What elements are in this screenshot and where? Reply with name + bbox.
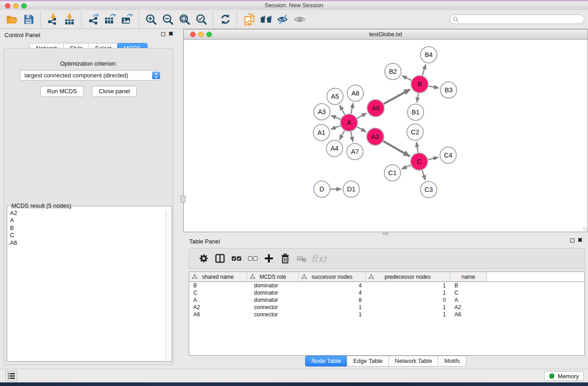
graph-edge-A-A7[interactable]	[351, 132, 353, 142]
network-canvas[interactable]: AA1A2A3A4A5A6A7A8BB1B2B3B4CC1C2C3C4DD1	[184, 40, 588, 232]
zoom-window-button[interactable]	[21, 3, 27, 9]
clone-network-button[interactable]	[241, 11, 258, 28]
table-row[interactable]: Bdominator41B	[189, 282, 584, 289]
graph-edge-A6-B[interactable]	[384, 90, 410, 104]
table-cell: dominator	[247, 290, 299, 296]
save-session-button[interactable]	[20, 11, 37, 28]
graph-edge-A-A1[interactable]	[331, 126, 340, 129]
column-header-shared-name[interactable]: shared name	[189, 272, 247, 281]
table-row[interactable]: A6connector11A6	[189, 311, 584, 318]
graph-edge-A2-C[interactable]	[383, 141, 410, 156]
table-cell: A6	[189, 311, 247, 318]
graph-node-label: A2	[371, 133, 379, 140]
create-column-button[interactable]	[261, 250, 277, 267]
tab-edge-table[interactable]: Edge Table	[347, 356, 389, 367]
graph-node-label: B4	[425, 51, 433, 58]
task-history-button[interactable]	[5, 371, 17, 381]
result-list-item[interactable]: C	[8, 232, 166, 239]
horizontal-splitter-handle[interactable]	[382, 233, 388, 235]
save-icon	[24, 14, 34, 24]
column-header-predecessor-nodes[interactable]: predecessor nodes	[366, 272, 450, 281]
result-list-item[interactable]: A	[8, 217, 166, 224]
plus-icon	[264, 253, 274, 263]
network-window-titlebar[interactable]: testGlobe.txt	[184, 29, 588, 40]
export-table-button[interactable]	[102, 11, 119, 28]
result-list-item[interactable]: A6	[8, 239, 166, 247]
select-all-button[interactable]	[228, 250, 244, 267]
table-settings-button[interactable]	[196, 250, 212, 267]
table-cell: B	[450, 282, 487, 289]
first-neighbors-button[interactable]	[258, 11, 274, 28]
zoom-in-icon	[145, 14, 157, 25]
table-row[interactable]: A2connector11A2	[189, 304, 584, 311]
import-table-button[interactable]	[61, 11, 78, 28]
float-table-panel-icon[interactable]	[570, 238, 574, 243]
graph-edge-C-C3[interactable]	[422, 170, 425, 180]
table-body: Bdominator41BCdominator41CAdominator80AA…	[189, 282, 584, 318]
result-list-item[interactable]: B	[8, 224, 166, 232]
graph-edge-B-B2[interactable]	[402, 76, 411, 80]
network-minimize-button[interactable]	[198, 32, 204, 37]
result-scrollbar[interactable]	[165, 210, 171, 361]
toolbar-separator	[213, 12, 214, 27]
table-row[interactable]: Cdominator41C	[189, 289, 584, 296]
graph-edge-A-A8[interactable]	[351, 103, 353, 114]
close-panel-icon[interactable]: ✖	[168, 31, 173, 37]
vertical-splitter-handle[interactable]	[181, 195, 186, 203]
window-resize-handle[interactable]	[583, 227, 587, 231]
graph-edge-A-A4[interactable]	[339, 130, 344, 139]
run-mcds-button[interactable]: Run MCDS	[40, 86, 84, 97]
graph-edge-A-A2[interactable]	[357, 127, 366, 132]
search-input[interactable]	[459, 15, 581, 24]
delete-column-button[interactable]	[277, 250, 293, 267]
graph-edge-A-A3[interactable]	[331, 115, 340, 119]
graph-edge-B-B4[interactable]	[422, 64, 426, 76]
graph-edge-B-B1[interactable]	[417, 93, 418, 102]
column-header-name[interactable]: name	[450, 272, 487, 281]
export-image-button[interactable]	[119, 11, 135, 28]
tab-network-table[interactable]: Network Table	[388, 356, 438, 367]
zoom-fit-icon	[179, 14, 191, 25]
graph-edge-A-A5[interactable]	[339, 105, 344, 114]
export-table-icon	[104, 14, 116, 25]
column-header-MCDS-role[interactable]: MCDS role	[247, 272, 299, 281]
graph-edge-C-C4[interactable]	[428, 157, 439, 160]
search-box[interactable]	[449, 14, 584, 24]
zoom-out-button[interactable]	[159, 11, 176, 28]
network-graph[interactable]: AA1A2A3A4A5A6A7A8BB1B2B3B4CC1C2C3C4DD1	[184, 40, 588, 232]
close-table-panel-icon[interactable]: ✖	[578, 237, 583, 243]
zoom-selected-icon	[196, 14, 207, 25]
show-column-button[interactable]	[212, 250, 228, 267]
table-cell: connector	[247, 311, 299, 318]
graph-edge-C-C2[interactable]	[416, 142, 418, 152]
mcds-result-list[interactable]: A2ABCA6	[8, 210, 166, 361]
zoom-fit-button[interactable]	[176, 11, 193, 28]
graph-edge-B-B3[interactable]	[429, 86, 439, 88]
import-network-button[interactable]	[44, 11, 61, 28]
show-all-button[interactable]	[291, 11, 308, 28]
graph-edge-A-A6[interactable]	[357, 113, 367, 118]
refresh-button[interactable]	[217, 11, 234, 28]
table-row[interactable]: Adominator80A	[189, 296, 584, 304]
tab-node-table[interactable]: Node Table	[305, 356, 348, 367]
network-zoom-button[interactable]	[206, 32, 212, 37]
close-panel-button[interactable]: Close panel	[92, 86, 137, 97]
optimization-criterion-select[interactable]: largest connected component (directed) ▲…	[20, 70, 162, 81]
open-file-button[interactable]	[4, 11, 20, 28]
network-close-button[interactable]	[190, 32, 196, 37]
export-network-button[interactable]	[85, 11, 102, 28]
result-list-item[interactable]: A2	[8, 210, 166, 217]
memory-button[interactable]: Memory	[544, 371, 584, 381]
zoom-selected-button[interactable]	[193, 11, 210, 28]
close-window-button[interactable]	[5, 3, 10, 9]
deselect-all-button[interactable]	[244, 250, 261, 267]
hide-selected-button[interactable]	[274, 11, 291, 28]
import-network-icon	[47, 14, 58, 25]
float-panel-icon[interactable]	[161, 32, 165, 36]
minimize-window-button[interactable]	[13, 3, 19, 9]
tab-motifs[interactable]: Motifs	[438, 356, 466, 367]
zoom-in-button[interactable]	[143, 11, 159, 28]
column-header-label: name	[461, 274, 475, 280]
column-header-successor-nodes[interactable]: successor nodes	[299, 272, 366, 281]
graph-edge-C-C1[interactable]	[402, 165, 411, 169]
